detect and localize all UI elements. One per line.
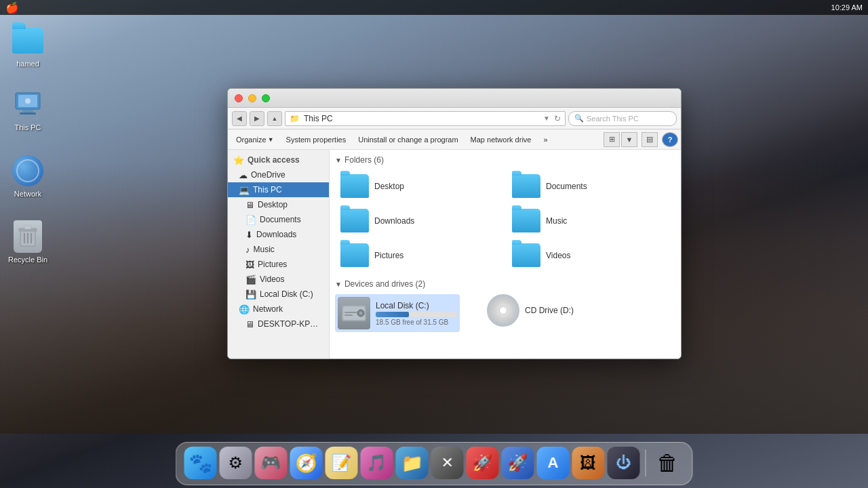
- folder-desktop[interactable]: Desktop: [335, 170, 504, 202]
- progress-bar-c: [376, 312, 457, 317]
- map-network-button[interactable]: Map network drive: [465, 132, 537, 147]
- title-bar: [228, 89, 681, 108]
- svg-rect-16: [344, 314, 353, 316]
- devices-chevron[interactable]: ▼: [335, 281, 342, 288]
- localdisk-sidebar-icon: 💾: [245, 289, 256, 300]
- help-button[interactable]: ?: [662, 132, 678, 147]
- address-path-text: This PC: [304, 114, 333, 123]
- sidebar-item-downloads[interactable]: ⬇ Downloads: [228, 227, 329, 242]
- address-refresh-icon[interactable]: ↻: [554, 114, 561, 123]
- desktop-icon-label-network: Network: [14, 190, 41, 199]
- dock-itunes[interactable]: 🎵: [361, 447, 393, 479]
- folder-icon-music: [512, 209, 540, 232]
- dock-textedit[interactable]: 📝: [326, 447, 358, 479]
- dock-photos[interactable]: 🖼: [572, 447, 605, 479]
- dock-trash[interactable]: 🗑: [652, 447, 684, 479]
- search-box[interactable]: 🔍 Search This PC: [568, 111, 677, 126]
- menu-time: 10:29 AM: [831, 3, 863, 12]
- desktop-icon-label-thispc: This PC: [14, 123, 41, 132]
- dock-safari[interactable]: 🧭: [290, 447, 323, 479]
- sidebar-item-network[interactable]: 🌐 Network: [228, 302, 329, 317]
- sidebar-item-pictures[interactable]: 🖼 Pictures: [228, 257, 329, 272]
- menu-bar: 🍎 10:29 AM: [0, 0, 868, 15]
- folders-chevron[interactable]: ▼: [335, 157, 342, 164]
- sidebar-item-local-disk[interactable]: 💾 Local Disk (C:): [228, 287, 329, 302]
- dock-rocket[interactable]: 🚀: [502, 447, 534, 479]
- folder-documents[interactable]: Documents: [507, 170, 675, 202]
- device-icon-row-c: Local Disk (C:) 18.5 GB free of 31.5 GB: [338, 297, 457, 329]
- uninstall-button[interactable]: Uninstall or change a program: [353, 132, 463, 147]
- svg-point-4: [25, 98, 31, 104]
- device-local-disk[interactable]: Local Disk (C:) 18.5 GB free of 31.5 GB: [335, 294, 460, 332]
- folder-downloads[interactable]: Downloads: [335, 205, 504, 237]
- dock-osx[interactable]: ✕: [431, 447, 464, 479]
- safari-icon: 🧭: [296, 453, 317, 474]
- network-sidebar-icon: 🌐: [239, 304, 250, 314]
- main-area: ⭐ Quick access ☁ OneDrive 💻 This PC 🖥 De…: [228, 150, 681, 359]
- launchpad-icon: 🚀: [473, 453, 493, 472]
- trash-icon: 🗑: [657, 451, 679, 476]
- system-prefs-icon: ⚙: [229, 453, 243, 472]
- sidebar-item-onedrive[interactable]: ☁ OneDrive: [228, 167, 329, 182]
- dock-game-center[interactable]: 🎮: [255, 447, 288, 479]
- system-properties-button[interactable]: System properties: [281, 132, 352, 147]
- thispc-icon: [12, 88, 44, 121]
- thispc-sidebar-icon: 💻: [239, 185, 250, 195]
- sidebar-item-quick-access[interactable]: ⭐ Quick access: [228, 152, 329, 167]
- dock-app-store[interactable]: A: [537, 447, 570, 479]
- svg-rect-2: [22, 110, 33, 113]
- folder-music[interactable]: Music: [507, 205, 675, 237]
- close-button[interactable]: [235, 94, 243, 102]
- sidebar-item-music[interactable]: ♪ Music: [228, 242, 329, 257]
- device-info-d: CD Drive (D:): [525, 306, 574, 315]
- folder-pictures[interactable]: Pictures: [335, 239, 504, 271]
- organize-button[interactable]: Organize ▼: [231, 132, 279, 147]
- back-button[interactable]: ◀: [232, 111, 247, 126]
- dock-power[interactable]: ⏻: [608, 447, 640, 479]
- sidebar-item-documents[interactable]: 📄 Documents: [228, 212, 329, 227]
- maximize-button[interactable]: [262, 94, 270, 102]
- dock-system-prefs[interactable]: ⚙: [220, 447, 252, 479]
- svg-point-14: [359, 312, 362, 314]
- device-info-c: Local Disk (C:) 18.5 GB free of 31.5 GB: [376, 301, 457, 326]
- sidebar-item-videos[interactable]: 🎬 Videos: [228, 272, 329, 287]
- dock-launchpad[interactable]: 🚀: [467, 447, 499, 479]
- onedrive-icon: ☁: [239, 170, 248, 180]
- search-placeholder: Search This PC: [587, 115, 639, 123]
- desktop-icon-recycle[interactable]: Recycle Bin: [4, 220, 52, 264]
- hdd-icon-c: [338, 297, 370, 329]
- folder-videos[interactable]: Videos: [507, 239, 675, 271]
- apple-menu[interactable]: 🍎: [5, 1, 19, 14]
- view-grid-button[interactable]: ⊞: [604, 132, 620, 147]
- sidebar-item-desktop[interactable]: 🖥 Desktop: [228, 197, 329, 212]
- folder-icon-downloads: [340, 209, 369, 232]
- up-button[interactable]: ▲: [267, 111, 282, 126]
- files-icon: 📁: [401, 453, 423, 474]
- desktop-icon-thispc[interactable]: This PC: [4, 88, 52, 132]
- folders-grid: Desktop Documents Downloads: [335, 170, 675, 271]
- sidebar-item-desktop-kpt[interactable]: 🖥 DESKTOP-KPT6F...: [228, 317, 329, 331]
- view-pane-button[interactable]: ▤: [642, 132, 658, 147]
- device-cd-drive[interactable]: CD Drive (D:): [487, 294, 574, 327]
- folder-icon-pictures: [340, 243, 369, 267]
- desktop-icon-hamed[interactable]: hamed: [4, 24, 52, 68]
- power-icon: ⏻: [616, 454, 631, 472]
- osx-icon: ✕: [441, 454, 454, 472]
- desktop-icon-network[interactable]: Network: [4, 155, 52, 199]
- forward-button[interactable]: ▶: [250, 111, 264, 126]
- folder-icon-hamed: [12, 24, 44, 57]
- network-globe-icon: [12, 155, 44, 187]
- menu-bar-left: 🍎: [5, 1, 19, 14]
- videos-sidebar-icon: 🎬: [245, 274, 256, 285]
- minimize-button[interactable]: [248, 94, 256, 102]
- view-dropdown-button[interactable]: ▼: [621, 132, 637, 147]
- more-button[interactable]: »: [538, 132, 553, 147]
- sidebar-item-thispc[interactable]: 💻 This PC: [228, 182, 329, 197]
- address-path[interactable]: 📁 This PC ▼ ↻: [285, 111, 566, 126]
- dock-files[interactable]: 📁: [396, 447, 429, 479]
- dock-finder[interactable]: 🐾: [184, 447, 217, 479]
- game-center-icon: 🎮: [261, 453, 281, 472]
- content-area: ▼ Folders (6) Desktop Documents: [330, 150, 681, 359]
- search-icon: 🔍: [574, 114, 584, 123]
- address-dropdown-icon[interactable]: ▼: [543, 115, 550, 122]
